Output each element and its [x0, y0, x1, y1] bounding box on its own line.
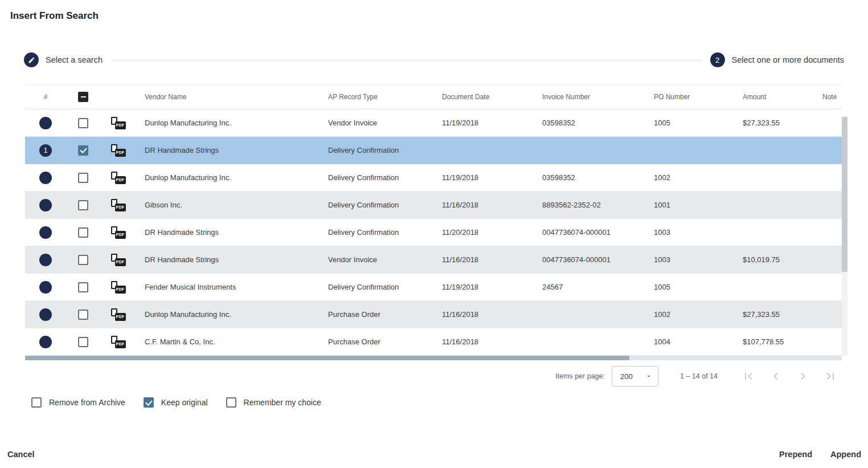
cell-checkbox: [66, 337, 100, 347]
selection-order-badge: [39, 281, 52, 294]
table-row[interactable]: PDF Dunlop Manufacturing Inc. Vendor Inv…: [25, 109, 842, 137]
selection-order-badge: [39, 308, 52, 321]
pdf-document-icon[interactable]: PDF: [110, 144, 126, 157]
cell-ap-record-type: Delivery Confirmation: [319, 283, 433, 291]
cell-invoice-number: 24567: [533, 283, 645, 291]
row-checkbox[interactable]: [78, 282, 88, 292]
cell-po-number: 1002: [645, 310, 734, 319]
pdf-document-icon[interactable]: PDF: [110, 199, 126, 211]
row-checkbox[interactable]: [78, 173, 88, 183]
previous-page-button[interactable]: [769, 369, 783, 383]
pdf-document-icon[interactable]: PDF: [110, 308, 126, 321]
table-row[interactable]: 1 PDF DR Handmade Strings Delivery Confi…: [25, 137, 842, 164]
first-page-icon: [742, 369, 755, 383]
pdf-document-icon[interactable]: PDF: [110, 117, 126, 129]
vertical-scrollbar-thumb[interactable]: [842, 117, 847, 272]
prepend-button[interactable]: Prepend: [779, 450, 812, 459]
horizontal-scrollbar-thumb[interactable]: [25, 356, 629, 360]
next-page-button[interactable]: [796, 369, 810, 383]
table-row[interactable]: PDF Dunlop Manufacturing Inc. Purchase O…: [25, 301, 842, 328]
pdf-label: PDF: [115, 176, 126, 184]
cell-vendor-name: Dunlop Manufacturing Inc.: [136, 119, 319, 127]
column-header-select: [66, 92, 100, 102]
column-header-document-date[interactable]: Document Date: [433, 93, 533, 101]
pdf-document-icon[interactable]: PDF: [110, 254, 126, 266]
pdf-label: PDF: [115, 204, 126, 211]
selection-order-badge: 1: [39, 144, 52, 157]
table-row[interactable]: PDF DR Handmade Strings Vendor Invoice 1…: [25, 246, 842, 274]
pdf-label: PDF: [115, 286, 126, 294]
pdf-document-icon[interactable]: PDF: [110, 226, 126, 239]
column-header-invoice-number[interactable]: Invoice Number: [533, 93, 645, 101]
append-button[interactable]: Append: [830, 450, 861, 459]
pdf-label: PDF: [115, 149, 126, 157]
cell-document-icon: PDF: [100, 226, 136, 239]
option-label: Remove from Archive: [49, 398, 125, 407]
first-page-button[interactable]: [742, 369, 755, 383]
table-row[interactable]: PDF Gibson Inc. Delivery Confirmation 11…: [25, 192, 842, 219]
cell-document-date: 11/19/2018: [433, 173, 533, 182]
option-checkbox[interactable]: [144, 397, 154, 408]
cell-po-number: 1005: [645, 119, 734, 127]
options-row: Remove from Archive Keep original Rememb…: [31, 397, 321, 408]
column-header-po-number[interactable]: PO Number: [645, 93, 734, 101]
cancel-button[interactable]: Cancel: [7, 450, 35, 459]
cell-vendor-name: DR Handmade Strings: [136, 255, 319, 264]
cell-selection-order: [25, 281, 66, 294]
row-checkbox[interactable]: [78, 118, 88, 128]
cell-checkbox: [66, 310, 100, 320]
option-checkbox[interactable]: [31, 397, 42, 408]
edit-pencil-icon: [28, 56, 35, 64]
items-per-page-value: 200: [620, 372, 633, 381]
pdf-document-icon[interactable]: PDF: [110, 336, 126, 348]
cell-document-icon: PDF: [100, 144, 136, 157]
option-checkbox-item[interactable]: Keep original: [144, 397, 208, 408]
row-checkbox[interactable]: [78, 337, 88, 347]
pdf-document-icon[interactable]: PDF: [110, 172, 126, 184]
select-all-checkbox[interactable]: [78, 92, 88, 102]
selection-order-badge: [39, 199, 52, 211]
row-checkbox[interactable]: [78, 310, 88, 320]
row-checkbox[interactable]: [78, 200, 88, 210]
table-row[interactable]: PDF Dunlop Manufacturing Inc. Delivery C…: [25, 164, 842, 192]
dropdown-arrow-icon: [645, 373, 652, 380]
items-per-page-select[interactable]: 200: [612, 366, 658, 386]
cell-po-number: 1004: [645, 337, 734, 346]
search-results-table: # Vendor Name AP Record Type Document Da…: [25, 84, 842, 360]
last-page-button[interactable]: [824, 369, 837, 383]
cell-ap-record-type: Purchase Order: [319, 337, 433, 346]
cell-amount: $27,323.55: [734, 310, 813, 319]
pdf-document-icon[interactable]: PDF: [110, 281, 126, 294]
row-checkbox[interactable]: [78, 145, 88, 156]
option-checkbox-item[interactable]: Remove from Archive: [31, 397, 125, 408]
cell-document-icon: PDF: [100, 308, 136, 321]
cell-vendor-name: Dunlop Manufacturing Inc.: [136, 173, 319, 182]
column-header-amount[interactable]: Amount: [734, 93, 813, 101]
option-checkbox-item[interactable]: Remember my choice: [226, 397, 321, 408]
column-header-ap-record-type[interactable]: AP Record Type: [319, 93, 433, 101]
cell-invoice-number: 0047736074-000001: [533, 255, 645, 264]
pdf-label: PDF: [115, 231, 126, 239]
table-row[interactable]: PDF C.F. Martin & Co, Inc. Purchase Orde…: [25, 328, 842, 356]
step2-circle[interactable]: 2: [710, 52, 725, 67]
cell-amount: $107,778.55: [734, 337, 813, 346]
selection-order-badge: [39, 117, 52, 129]
vertical-scrollbar[interactable]: [842, 117, 847, 356]
table-row[interactable]: PDF DR Handmade Strings Delivery Confirm…: [25, 219, 842, 246]
column-header-vendor-name[interactable]: Vendor Name: [136, 93, 319, 101]
cell-vendor-name: Gibson Inc.: [136, 201, 319, 209]
step1-circle[interactable]: [24, 52, 39, 67]
option-checkbox[interactable]: [226, 397, 236, 408]
column-header-note[interactable]: Note: [813, 93, 842, 101]
table-body: PDF Dunlop Manufacturing Inc. Vendor Inv…: [25, 109, 842, 356]
stepper: Select a search 2 Select one or more doc…: [24, 52, 844, 67]
table-row[interactable]: PDF Fender Musical Instruments Delivery …: [25, 274, 842, 301]
horizontal-scrollbar[interactable]: [25, 356, 842, 360]
row-checkbox[interactable]: [78, 255, 88, 265]
cell-vendor-name: DR Handmade Strings: [136, 228, 319, 237]
cell-selection-order: [25, 172, 66, 184]
row-checkbox[interactable]: [78, 227, 88, 238]
cell-ap-record-type: Vendor Invoice: [319, 119, 433, 127]
page-range-label: 1 – 14 of 14: [680, 372, 718, 380]
cell-checkbox: [66, 282, 100, 292]
